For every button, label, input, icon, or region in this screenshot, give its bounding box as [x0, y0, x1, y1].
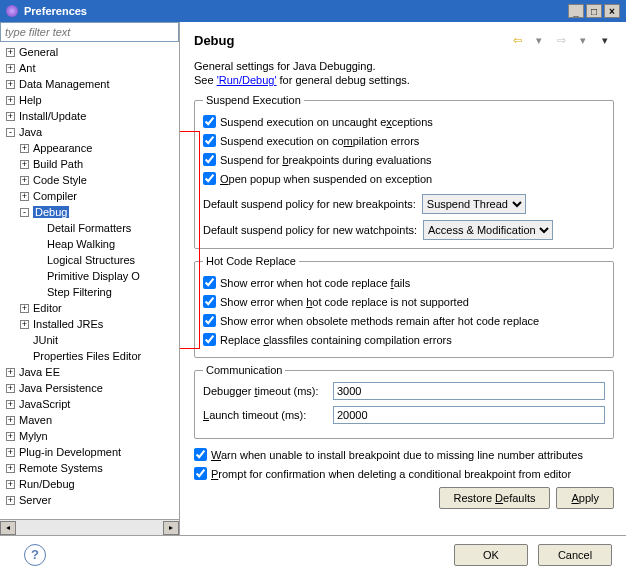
breakpoint-policy-label: Default suspend policy for new breakpoin…	[203, 198, 416, 210]
open-popup-checkbox[interactable]	[203, 172, 216, 185]
footer: ? OK Cancel	[0, 535, 626, 573]
expand-icon[interactable]: +	[6, 384, 15, 393]
tree-item[interactable]: +Java Persistence	[0, 380, 179, 396]
minimize-button[interactable]: _	[568, 4, 584, 18]
expand-icon[interactable]: +	[6, 80, 15, 89]
expand-icon[interactable]: +	[6, 416, 15, 425]
apply-button[interactable]: Apply	[556, 487, 614, 509]
expand-icon[interactable]: +	[6, 464, 15, 473]
expand-icon[interactable]: +	[6, 480, 15, 489]
tree-item[interactable]: Detail Formatters	[0, 220, 179, 236]
collapse-icon[interactable]: -	[6, 128, 15, 137]
suspend-breakpoints-eval-checkbox[interactable]	[203, 153, 216, 166]
tree-item-label: Plug-in Development	[19, 446, 121, 458]
tree-item[interactable]: +Ant	[0, 60, 179, 76]
suspend-uncaught-checkbox[interactable]	[203, 115, 216, 128]
hcr-replace-classfiles-checkbox[interactable]	[203, 333, 216, 346]
back-menu-icon[interactable]: ▾	[530, 33, 548, 47]
ok-button[interactable]: OK	[454, 544, 528, 566]
expand-icon[interactable]: +	[20, 160, 29, 169]
tree-item[interactable]: +JavaScript	[0, 396, 179, 412]
forward-icon[interactable]: ⇨	[552, 33, 570, 47]
prompt-delete-conditional-checkbox[interactable]	[194, 467, 207, 480]
expand-icon[interactable]: +	[6, 64, 15, 73]
window-title: Preferences	[24, 5, 566, 17]
tree-item-label: Code Style	[33, 174, 87, 186]
expand-icon[interactable]: +	[20, 192, 29, 201]
scroll-right-icon[interactable]: ▸	[163, 521, 179, 535]
right-pane: Debug ⇦ ▾ ⇨ ▾ ▾ General settings for Jav…	[180, 22, 626, 535]
tree-item-label: Installed JREs	[33, 318, 103, 330]
tree-item[interactable]: +Java EE	[0, 364, 179, 380]
collapse-icon[interactable]: -	[20, 208, 29, 217]
restore-defaults-button[interactable]: Restore Defaults	[439, 487, 551, 509]
tree-item[interactable]: +Server	[0, 492, 179, 508]
view-menu-icon[interactable]: ▾	[596, 33, 614, 47]
expand-icon[interactable]: +	[6, 96, 15, 105]
tree-item[interactable]: +Editor	[0, 300, 179, 316]
tree-item[interactable]: JUnit	[0, 332, 179, 348]
maximize-button[interactable]: □	[586, 4, 602, 18]
eclipse-icon	[6, 5, 18, 17]
tree-item[interactable]: +Data Management	[0, 76, 179, 92]
tree-item[interactable]: +Build Path	[0, 156, 179, 172]
close-button[interactable]: ×	[604, 4, 620, 18]
tree-item[interactable]: +Maven	[0, 412, 179, 428]
tree-item[interactable]: +Code Style	[0, 172, 179, 188]
hcr-fails-checkbox[interactable]	[203, 276, 216, 289]
watchpoint-policy-label: Default suspend policy for new watchpoin…	[203, 224, 417, 236]
tree-item[interactable]: +Help	[0, 92, 179, 108]
expand-icon[interactable]: +	[6, 400, 15, 409]
tree-item[interactable]: +Remote Systems	[0, 460, 179, 476]
watchpoint-policy-select[interactable]: Access & Modification	[423, 220, 553, 240]
tree-item[interactable]: +Appearance	[0, 140, 179, 156]
scroll-left-icon[interactable]: ◂	[0, 521, 16, 535]
tree-item[interactable]: -Java	[0, 124, 179, 140]
suspend-compilation-checkbox[interactable]	[203, 134, 216, 147]
tree-item[interactable]: -Debug	[0, 204, 179, 220]
tree-item[interactable]: Logical Structures	[0, 252, 179, 268]
tree-item[interactable]: +Plug-in Development	[0, 444, 179, 460]
expand-icon[interactable]: +	[20, 320, 29, 329]
tree-item[interactable]: +General	[0, 44, 179, 60]
expand-icon[interactable]: +	[6, 448, 15, 457]
expand-icon[interactable]: +	[6, 368, 15, 377]
communication-group: Communication Debugger timeout (ms): Lau…	[194, 364, 614, 439]
horizontal-scrollbar[interactable]: ◂ ▸	[0, 519, 179, 535]
breakpoint-policy-select[interactable]: Suspend Thread	[422, 194, 526, 214]
back-icon[interactable]: ⇦	[508, 33, 526, 47]
launch-timeout-input[interactable]	[333, 406, 605, 424]
tree-item[interactable]: Properties Files Editor	[0, 348, 179, 364]
tree-item[interactable]: Step Filtering	[0, 284, 179, 300]
forward-menu-icon[interactable]: ▾	[574, 33, 592, 47]
debugger-timeout-input[interactable]	[333, 382, 605, 400]
hcr-unsupported-checkbox[interactable]	[203, 295, 216, 308]
tree-item-label: Server	[19, 494, 51, 506]
preferences-tree[interactable]: +General+Ant+Data Management+Help+Instal…	[0, 42, 179, 519]
expand-icon[interactable]: +	[20, 176, 29, 185]
tree-item[interactable]: +Run/Debug	[0, 476, 179, 492]
expand-icon[interactable]: +	[6, 112, 15, 121]
help-icon[interactable]: ?	[24, 544, 46, 566]
expand-icon[interactable]: +	[20, 304, 29, 313]
tree-item-label: Appearance	[33, 142, 92, 154]
tree-item[interactable]: Heap Walking	[0, 236, 179, 252]
tree-item[interactable]: +Compiler	[0, 188, 179, 204]
tree-item-label: Run/Debug	[19, 478, 75, 490]
tree-item[interactable]: +Installed JREs	[0, 316, 179, 332]
expand-icon[interactable]: +	[6, 48, 15, 57]
expand-icon[interactable]: +	[6, 432, 15, 441]
warn-missing-line-checkbox[interactable]	[194, 448, 207, 461]
hcr-obsolete-checkbox[interactable]	[203, 314, 216, 327]
tree-item-label: Primitive Display O	[47, 270, 140, 282]
run-debug-link[interactable]: 'Run/Debug'	[217, 74, 277, 86]
cancel-button[interactable]: Cancel	[538, 544, 612, 566]
tree-item[interactable]: Primitive Display O	[0, 268, 179, 284]
tree-item[interactable]: +Install/Update	[0, 108, 179, 124]
tree-item[interactable]: +Mylyn	[0, 428, 179, 444]
expand-icon[interactable]: +	[6, 496, 15, 505]
page-buttons: Restore Defaults Apply	[194, 487, 614, 509]
filter-input[interactable]	[0, 22, 179, 42]
see-line: See 'Run/Debug' for general debug settin…	[194, 74, 614, 86]
expand-icon[interactable]: +	[20, 144, 29, 153]
